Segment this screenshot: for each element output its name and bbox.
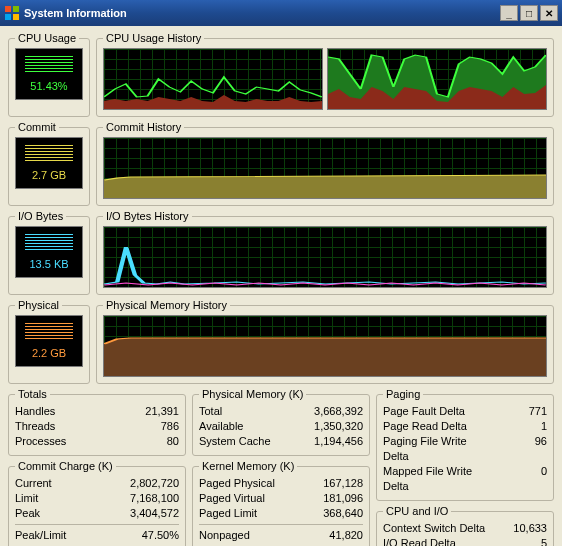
pg-read-value: 1 <box>487 419 547 434</box>
phys-history-chart <box>103 315 547 377</box>
procs-label: Processes <box>15 434 66 449</box>
ci-ctx-label: Context Switch Delta <box>383 521 485 536</box>
km-pv-label: Paged Virtual <box>199 491 265 506</box>
io-gauge-legend: I/O Bytes <box>15 210 66 222</box>
km-np-value: 41,820 <box>303 528 363 543</box>
io-gauge-bars <box>25 234 73 252</box>
cpu-gauge-value: 51.43% <box>30 80 67 92</box>
svg-rect-2 <box>5 14 11 20</box>
pm-avail-label: Available <box>199 419 243 434</box>
pg-mapped-value: 0 <box>487 464 547 494</box>
svg-rect-0 <box>5 6 11 12</box>
kernel-box: Kernel Memory (K) Paged Physical167,128 … <box>192 460 370 546</box>
io-history-legend: I/O Bytes History <box>103 210 192 222</box>
close-button[interactable]: ✕ <box>540 5 558 21</box>
svg-marker-8 <box>104 338 546 376</box>
totals-legend: Totals <box>15 388 50 400</box>
phys-history-legend: Physical Memory History <box>103 299 230 311</box>
phys-history-box: Physical Memory History <box>96 299 554 384</box>
cc-peak-label: Peak <box>15 506 40 521</box>
totals-box: Totals Handles21,391 Threads786 Processe… <box>8 388 186 456</box>
commit-history-legend: Commit History <box>103 121 184 133</box>
procs-value: 80 <box>119 434 179 449</box>
threads-label: Threads <box>15 419 55 434</box>
phys-gauge-legend: Physical <box>15 299 62 311</box>
handles-value: 21,391 <box>119 404 179 419</box>
phys-gauge-value: 2.2 GB <box>32 347 66 359</box>
pg-fault-label: Page Fault Delta <box>383 404 465 419</box>
io-gauge-value: 13.5 KB <box>29 258 68 270</box>
cc-peaklimit-label: Peak/Limit <box>15 528 66 543</box>
commit-history-chart <box>103 137 547 199</box>
cpu-gauge-box: CPU Usage 51.43% <box>8 32 90 117</box>
cpu-history-chart-1 <box>327 48 547 110</box>
app-icon <box>4 5 20 21</box>
pg-write-value: 96 <box>487 434 547 464</box>
cc-peaklimit-value: 47.50% <box>119 528 179 543</box>
commit-gauge-bars <box>25 145 73 163</box>
io-gauge: 13.5 KB <box>15 226 83 278</box>
km-pp-value: 167,128 <box>303 476 363 491</box>
km-pp-label: Paged Physical <box>199 476 275 491</box>
io-history-chart <box>103 226 547 288</box>
cpu-gauge-bars <box>25 56 73 74</box>
pg-read-label: Page Read Delta <box>383 419 467 434</box>
cpu-gauge: 51.43% <box>15 48 83 100</box>
km-pl-value: 368,640 <box>303 506 363 521</box>
ci-read-label: I/O Read Delta <box>383 536 456 546</box>
pm-cache-label: System Cache <box>199 434 271 449</box>
cpu-history-legend: CPU Usage History <box>103 32 204 44</box>
cpu-history-chart-0 <box>103 48 323 110</box>
commit-charge-legend: Commit Charge (K) <box>15 460 116 472</box>
threads-value: 786 <box>119 419 179 434</box>
cpuio-box: CPU and I/O Context Switch Delta10,633 I… <box>376 505 554 546</box>
svg-rect-1 <box>13 6 19 12</box>
io-history-box: I/O Bytes History <box>96 210 554 295</box>
km-np-label: Nonpaged <box>199 528 250 543</box>
pg-mapped-label: Mapped File Write Delta <box>383 464 487 494</box>
physmem-legend: Physical Memory (K) <box>199 388 306 400</box>
physmem-box: Physical Memory (K) Total3,668,392 Avail… <box>192 388 370 456</box>
commit-gauge-box: Commit 2.7 GB <box>8 121 90 206</box>
cpuio-legend: CPU and I/O <box>383 505 451 517</box>
commit-charge-box: Commit Charge (K) Current2,802,720 Limit… <box>8 460 186 546</box>
window-title: System Information <box>24 7 127 19</box>
pm-total-value: 3,668,392 <box>303 404 363 419</box>
io-gauge-box: I/O Bytes 13.5 KB <box>8 210 90 295</box>
km-pl-label: Paged Limit <box>199 506 257 521</box>
pg-fault-value: 771 <box>487 404 547 419</box>
commit-history-box: Commit History <box>96 121 554 206</box>
paging-legend: Paging <box>383 388 423 400</box>
minimize-button[interactable]: _ <box>500 5 518 21</box>
km-pv-value: 181,096 <box>303 491 363 506</box>
svg-rect-3 <box>13 14 19 20</box>
pm-avail-value: 1,350,320 <box>303 419 363 434</box>
cc-limit-label: Limit <box>15 491 38 506</box>
pg-write-label: Paging File Write Delta <box>383 434 487 464</box>
commit-gauge-value: 2.7 GB <box>32 169 66 181</box>
pm-total-label: Total <box>199 404 222 419</box>
cc-current-value: 2,802,720 <box>119 476 179 491</box>
phys-gauge-box: Physical 2.2 GB <box>8 299 90 384</box>
cpu-gauge-legend: CPU Usage <box>15 32 79 44</box>
svg-marker-7 <box>104 175 546 198</box>
handles-label: Handles <box>15 404 55 419</box>
ci-ctx-value: 10,633 <box>487 521 547 536</box>
commit-gauge: 2.7 GB <box>15 137 83 189</box>
phys-gauge-bars <box>25 323 73 341</box>
cc-limit-value: 7,168,100 <box>119 491 179 506</box>
phys-gauge: 2.2 GB <box>15 315 83 367</box>
cpu-history-box: CPU Usage History <box>96 32 554 117</box>
titlebar: System Information _ □ ✕ <box>0 0 562 26</box>
kernel-legend: Kernel Memory (K) <box>199 460 297 472</box>
maximize-button[interactable]: □ <box>520 5 538 21</box>
ci-read-value: 5 <box>487 536 547 546</box>
cc-current-label: Current <box>15 476 52 491</box>
content-area: CPU Usage 51.43% CPU Usage History <box>0 26 562 546</box>
commit-gauge-legend: Commit <box>15 121 59 133</box>
pm-cache-value: 1,194,456 <box>303 434 363 449</box>
cc-peak-value: 3,404,572 <box>119 506 179 521</box>
paging-box: Paging Page Fault Delta771 Page Read Del… <box>376 388 554 501</box>
